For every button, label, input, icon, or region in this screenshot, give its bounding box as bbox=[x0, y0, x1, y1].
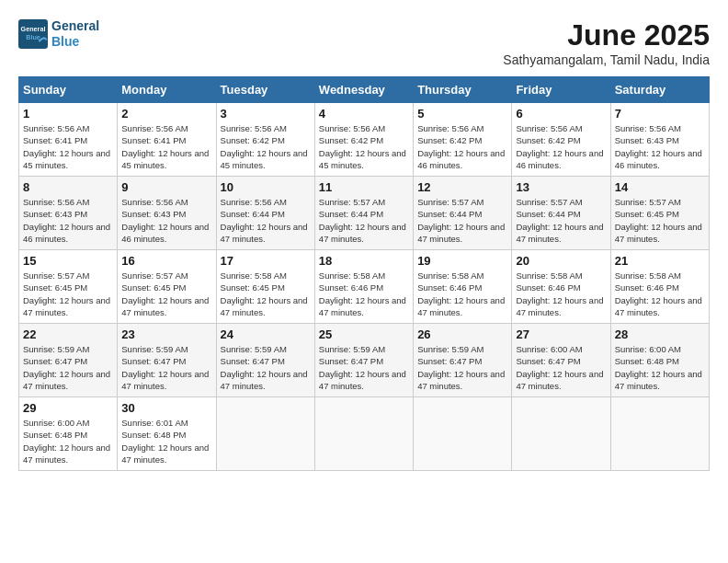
day-info: Sunrise: 5:58 AMSunset: 6:46 PMDaylight:… bbox=[516, 270, 606, 318]
day-number: 28 bbox=[615, 327, 705, 341]
day-number: 10 bbox=[221, 180, 311, 194]
day-number: 1 bbox=[23, 107, 113, 121]
calendar-cell: 26Sunrise: 5:59 AMSunset: 6:47 PMDayligh… bbox=[414, 324, 512, 397]
location: Sathyamangalam, Tamil Nadu, India bbox=[503, 52, 710, 67]
header-row: SundayMondayTuesdayWednesdayThursdayFrid… bbox=[19, 77, 710, 103]
calendar-cell: 19Sunrise: 5:58 AMSunset: 6:46 PMDayligh… bbox=[414, 250, 512, 324]
month-title: June 2025 bbox=[503, 18, 710, 52]
day-info: Sunrise: 5:58 AMSunset: 6:46 PMDaylight:… bbox=[615, 270, 705, 318]
calendar-cell: 2Sunrise: 5:56 AMSunset: 6:41 PMDaylight… bbox=[118, 103, 216, 177]
day-number: 18 bbox=[319, 254, 409, 268]
day-number: 29 bbox=[23, 401, 113, 415]
svg-text:Blue: Blue bbox=[26, 32, 40, 40]
logo-text: General Blue bbox=[51, 18, 99, 50]
calendar-cell: 18Sunrise: 5:58 AMSunset: 6:46 PMDayligh… bbox=[314, 250, 413, 324]
calendar-cell: 5Sunrise: 5:56 AMSunset: 6:42 PMDaylight… bbox=[414, 103, 512, 177]
day-number: 13 bbox=[516, 180, 606, 194]
calendar-cell: 12Sunrise: 5:57 AMSunset: 6:44 PMDayligh… bbox=[414, 177, 512, 250]
calendar-cell: 15Sunrise: 5:57 AMSunset: 6:45 PMDayligh… bbox=[19, 250, 118, 324]
day-number: 20 bbox=[516, 254, 606, 268]
day-info: Sunrise: 6:00 AMSunset: 6:47 PMDaylight:… bbox=[516, 343, 606, 392]
day-number: 11 bbox=[319, 180, 409, 194]
day-number: 4 bbox=[319, 107, 409, 121]
day-info: Sunrise: 5:56 AMSunset: 6:41 PMDaylight:… bbox=[121, 122, 211, 171]
day-number: 24 bbox=[221, 327, 311, 341]
day-number: 3 bbox=[221, 107, 311, 121]
day-info: Sunrise: 6:01 AMSunset: 6:48 PMDaylight:… bbox=[121, 417, 211, 465]
calendar-cell: 25Sunrise: 5:59 AMSunset: 6:47 PMDayligh… bbox=[314, 324, 413, 397]
day-number: 5 bbox=[417, 107, 507, 121]
calendar-week: 15Sunrise: 5:57 AMSunset: 6:45 PMDayligh… bbox=[19, 250, 710, 324]
day-number: 19 bbox=[417, 254, 507, 268]
calendar-cell: 20Sunrise: 5:58 AMSunset: 6:46 PMDayligh… bbox=[512, 250, 610, 324]
calendar-cell: 22Sunrise: 5:59 AMSunset: 6:47 PMDayligh… bbox=[19, 324, 118, 397]
day-info: Sunrise: 5:59 AMSunset: 6:47 PMDaylight:… bbox=[23, 343, 113, 392]
weekday-header: Tuesday bbox=[216, 77, 314, 103]
calendar-cell: 21Sunrise: 5:58 AMSunset: 6:46 PMDayligh… bbox=[610, 250, 709, 324]
day-info: Sunrise: 5:56 AMSunset: 6:41 PMDaylight:… bbox=[23, 122, 113, 171]
calendar-week: 29Sunrise: 6:00 AMSunset: 6:48 PMDayligh… bbox=[19, 397, 710, 471]
day-info: Sunrise: 5:56 AMSunset: 6:44 PMDaylight:… bbox=[221, 196, 311, 245]
day-number: 16 bbox=[121, 254, 211, 268]
calendar-cell: 4Sunrise: 5:56 AMSunset: 6:42 PMDaylight… bbox=[314, 103, 413, 177]
calendar-cell: 16Sunrise: 5:57 AMSunset: 6:45 PMDayligh… bbox=[118, 250, 216, 324]
calendar-cell: 3Sunrise: 5:56 AMSunset: 6:42 PMDaylight… bbox=[216, 103, 314, 177]
calendar-cell bbox=[216, 397, 314, 471]
day-info: Sunrise: 5:57 AMSunset: 6:44 PMDaylight:… bbox=[417, 196, 507, 245]
day-number: 30 bbox=[121, 401, 211, 415]
calendar-cell: 8Sunrise: 5:56 AMSunset: 6:43 PMDaylight… bbox=[19, 177, 118, 250]
day-info: Sunrise: 5:56 AMSunset: 6:42 PMDaylight:… bbox=[417, 122, 507, 171]
calendar-cell: 9Sunrise: 5:56 AMSunset: 6:43 PMDaylight… bbox=[118, 177, 216, 250]
calendar-cell: 1Sunrise: 5:56 AMSunset: 6:41 PMDaylight… bbox=[19, 103, 118, 177]
calendar-cell: 10Sunrise: 5:56 AMSunset: 6:44 PMDayligh… bbox=[216, 177, 314, 250]
day-info: Sunrise: 5:57 AMSunset: 6:44 PMDaylight:… bbox=[319, 196, 409, 245]
calendar-cell: 6Sunrise: 5:56 AMSunset: 6:42 PMDaylight… bbox=[512, 103, 610, 177]
calendar-week: 1Sunrise: 5:56 AMSunset: 6:41 PMDaylight… bbox=[19, 103, 710, 177]
day-number: 25 bbox=[319, 327, 409, 341]
calendar-cell: 7Sunrise: 5:56 AMSunset: 6:43 PMDaylight… bbox=[610, 103, 709, 177]
day-number: 14 bbox=[615, 180, 705, 194]
day-info: Sunrise: 6:00 AMSunset: 6:48 PMDaylight:… bbox=[615, 343, 705, 392]
day-info: Sunrise: 5:56 AMSunset: 6:42 PMDaylight:… bbox=[221, 122, 311, 171]
logo-icon: General Blue bbox=[18, 19, 48, 49]
day-info: Sunrise: 5:56 AMSunset: 6:43 PMDaylight:… bbox=[121, 196, 211, 245]
calendar-cell bbox=[512, 397, 610, 471]
weekday-header: Saturday bbox=[610, 77, 709, 103]
calendar-cell: 23Sunrise: 5:59 AMSunset: 6:47 PMDayligh… bbox=[118, 324, 216, 397]
day-info: Sunrise: 5:57 AMSunset: 6:45 PMDaylight:… bbox=[615, 196, 705, 245]
day-info: Sunrise: 5:56 AMSunset: 6:43 PMDaylight:… bbox=[23, 196, 113, 245]
day-info: Sunrise: 5:56 AMSunset: 6:42 PMDaylight:… bbox=[319, 122, 409, 171]
day-number: 12 bbox=[417, 180, 507, 194]
calendar-cell: 14Sunrise: 5:57 AMSunset: 6:45 PMDayligh… bbox=[610, 177, 709, 250]
day-info: Sunrise: 5:57 AMSunset: 6:45 PMDaylight:… bbox=[23, 270, 113, 318]
calendar-cell: 27Sunrise: 6:00 AMSunset: 6:47 PMDayligh… bbox=[512, 324, 610, 397]
day-number: 22 bbox=[23, 327, 113, 341]
calendar-cell: 28Sunrise: 6:00 AMSunset: 6:48 PMDayligh… bbox=[610, 324, 709, 397]
calendar-cell: 30Sunrise: 6:01 AMSunset: 6:48 PMDayligh… bbox=[118, 397, 216, 471]
day-info: Sunrise: 5:59 AMSunset: 6:47 PMDaylight:… bbox=[121, 343, 211, 392]
calendar-cell bbox=[314, 397, 413, 471]
day-info: Sunrise: 5:59 AMSunset: 6:47 PMDaylight:… bbox=[417, 343, 507, 392]
calendar-table: SundayMondayTuesdayWednesdayThursdayFrid… bbox=[18, 76, 710, 471]
day-number: 2 bbox=[121, 107, 211, 121]
day-number: 21 bbox=[615, 254, 705, 268]
weekday-header: Sunday bbox=[19, 77, 118, 103]
day-info: Sunrise: 5:57 AMSunset: 6:45 PMDaylight:… bbox=[121, 270, 211, 318]
weekday-header: Monday bbox=[118, 77, 216, 103]
day-info: Sunrise: 5:57 AMSunset: 6:44 PMDaylight:… bbox=[516, 196, 606, 245]
day-number: 8 bbox=[23, 180, 113, 194]
day-info: Sunrise: 5:56 AMSunset: 6:42 PMDaylight:… bbox=[516, 122, 606, 171]
logo: General Blue General Blue bbox=[18, 18, 99, 50]
day-info: Sunrise: 5:56 AMSunset: 6:43 PMDaylight:… bbox=[615, 122, 705, 171]
title-area: June 2025 Sathyamangalam, Tamil Nadu, In… bbox=[503, 18, 710, 67]
day-number: 26 bbox=[417, 327, 507, 341]
weekday-header: Wednesday bbox=[314, 77, 413, 103]
calendar-week: 8Sunrise: 5:56 AMSunset: 6:43 PMDaylight… bbox=[19, 177, 710, 250]
calendar-cell: 29Sunrise: 6:00 AMSunset: 6:48 PMDayligh… bbox=[19, 397, 118, 471]
svg-text:General: General bbox=[21, 25, 46, 33]
calendar-cell: 11Sunrise: 5:57 AMSunset: 6:44 PMDayligh… bbox=[314, 177, 413, 250]
calendar-cell: 13Sunrise: 5:57 AMSunset: 6:44 PMDayligh… bbox=[512, 177, 610, 250]
header: General Blue General Blue June 2025 Sath… bbox=[18, 18, 710, 67]
weekday-header: Friday bbox=[512, 77, 610, 103]
day-info: Sunrise: 6:00 AMSunset: 6:48 PMDaylight:… bbox=[23, 417, 113, 465]
